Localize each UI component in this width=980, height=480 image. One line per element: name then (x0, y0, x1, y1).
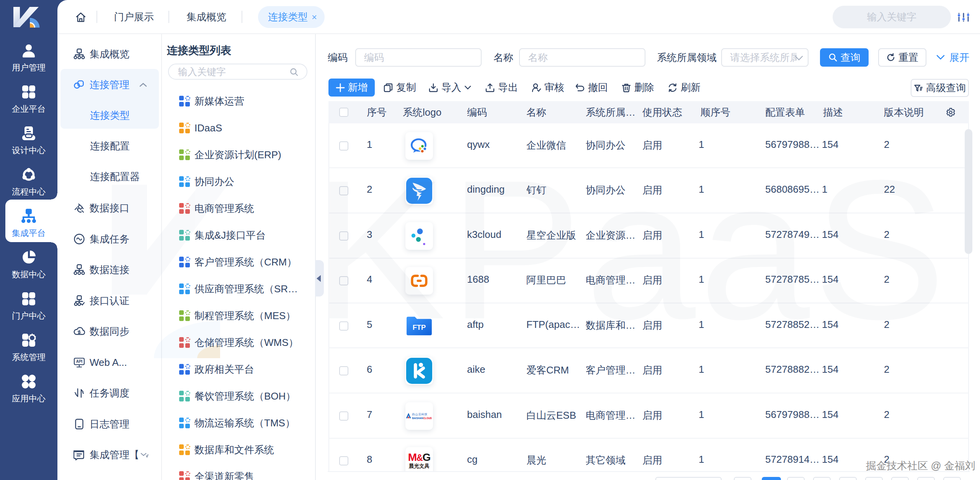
svg-text:API: API (76, 359, 83, 364)
svg-text:晨光文具: 晨光文具 (408, 463, 430, 469)
svg-text:FTP: FTP (413, 323, 426, 331)
svg-text:白山云科技: 白山云科技 (412, 413, 428, 416)
svg-text:BAISHANCLOUD: BAISHANCLOUD (412, 417, 432, 419)
svg-text:M&G: M&G (408, 451, 431, 463)
